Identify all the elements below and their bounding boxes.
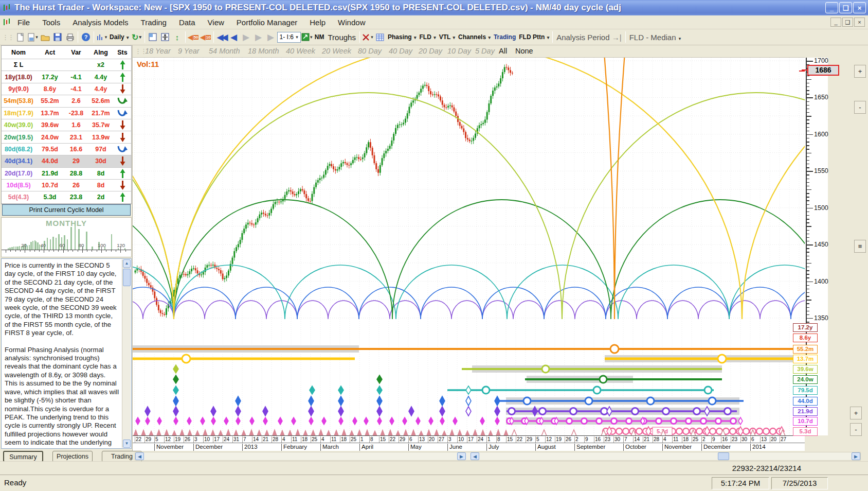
nm-button[interactable]: NM <box>313 33 326 41</box>
mdi-close-icon[interactable]: × <box>854 17 865 27</box>
vtl-button[interactable]: VTL ▾ <box>438 33 457 41</box>
menu-item-analysis-models[interactable]: Analysis Models <box>66 16 134 28</box>
timeframe-daily-button[interactable]: Daily ▾ <box>108 33 131 41</box>
new-file-icon[interactable] <box>15 31 26 43</box>
trading-button[interactable]: Trading <box>492 33 517 41</box>
period-toggle-40-day[interactable]: 40 Day <box>389 47 412 55</box>
channels-button[interactable]: Channels ▾ <box>457 33 492 41</box>
menu-item-portfolio-manager[interactable]: Portfolio Manager <box>230 16 303 28</box>
chart-hscrollbar[interactable]: ◀ ▶ ◀ ▶ <box>135 452 861 461</box>
cycle-row-18m17.9[interactable]: 18m(17.9)13.7m-23.821.7m <box>2 108 131 119</box>
phasing-button[interactable]: Phasing ▾ <box>386 33 418 41</box>
grid-icon[interactable] <box>374 31 386 43</box>
back-50-icon[interactable]: ◀50 <box>188 31 199 43</box>
scroll-thumb[interactable] <box>123 269 131 286</box>
period-toggle-5-day[interactable]: 5 Day <box>475 47 495 55</box>
axis-menu-icon[interactable]: ≡ <box>854 240 866 253</box>
mdi-minimize-icon[interactable]: _ <box>830 17 841 27</box>
fit-window-icon[interactable] <box>159 31 171 43</box>
fld-button[interactable]: FLD ▾ <box>418 33 438 41</box>
marker-mode-icon[interactable]: ▾ <box>301 31 313 43</box>
hscroll-left-icon[interactable]: ◀ <box>135 452 144 460</box>
troughs-button[interactable]: Troughs <box>326 33 357 42</box>
text-scrollbar[interactable]: ▲ ▼ <box>122 259 131 448</box>
tab-summary[interactable]: Summary <box>3 451 43 462</box>
print-icon[interactable] <box>64 31 76 43</box>
scroll-back-icon[interactable]: ◀ <box>228 31 240 43</box>
period-toggle-all[interactable]: All <box>499 47 507 55</box>
restore-icon[interactable]: ❑ <box>839 2 852 13</box>
tab-projections[interactable]: Projections <box>52 451 93 462</box>
period-toggle-40-week[interactable]: 40 Week <box>286 47 315 55</box>
menu-item-window[interactable]: Window <box>332 16 371 28</box>
close-icon[interactable]: × <box>853 2 866 13</box>
menu-item-help[interactable]: Help <box>303 16 332 28</box>
scroll-fwd2-icon[interactable]: ▶ <box>253 31 264 43</box>
cycle-row-5d4.3[interactable]: 5d(4.3)5.3d23.82d <box>2 191 131 203</box>
period-toggle-20-week[interactable]: 20 Week <box>322 47 351 55</box>
back-10-icon[interactable]: ◀10 <box>200 31 211 43</box>
menu-item-trading[interactable]: Trading <box>135 16 173 28</box>
axis-tick <box>44 250 44 253</box>
cycle-row-20d17.0[interactable]: 20d(17.0)21.9d28.88d <box>2 168 131 180</box>
period-toggle-54-month[interactable]: 54 Month <box>209 47 240 55</box>
menu-item-file[interactable]: File <box>11 16 36 28</box>
menu-item-view[interactable]: View <box>202 16 230 28</box>
fld-pttn-button[interactable]: FLD Pttn ▾ <box>517 33 551 41</box>
cycle-row-54m53.8[interactable]: 54m(53.8)55.2m2.652.6m <box>2 95 131 107</box>
cycle-row-10d8.5[interactable]: 10d(8.5)10.7d268d <box>2 180 131 191</box>
cycle-row-L[interactable]: Σ Lx2 <box>2 59 131 71</box>
cycle-row-40w39.0[interactable]: 40w(39.0)39.6w1.635.7w <box>2 119 131 131</box>
help-icon[interactable]: ? <box>80 31 92 43</box>
period-toggle-18-year[interactable]: 18 Year <box>145 47 171 55</box>
hscroll-thumb[interactable] <box>718 452 729 460</box>
cycle-row-9y9.0[interactable]: 9y(9.0)8.6y-4.14.4y <box>2 83 131 95</box>
vertical-scale-icon[interactable]: ↕ <box>172 31 183 43</box>
trough-diamond <box>322 417 326 425</box>
zoom-in-button[interactable]: + <box>854 65 866 78</box>
scroll-fwd-icon[interactable]: ▶ <box>241 31 252 43</box>
rows-zoom-out-button[interactable]: - <box>850 423 862 436</box>
period-toggle-20-day[interactable]: 20 Day <box>419 47 442 55</box>
delete-analysis-icon[interactable]: ▾ <box>362 31 373 43</box>
menu-item-tools[interactable]: Tools <box>36 16 66 28</box>
open-file-icon[interactable] <box>40 31 51 43</box>
period-toggle-9-year[interactable]: 9 Year <box>178 47 200 55</box>
cycle-row-80d68.2[interactable]: 80d(68.2)79.5d16.697d <box>2 144 131 155</box>
print-cyclic-model-button[interactable]: Print Current Cyclic Model <box>2 204 131 216</box>
page-fwd-icon[interactable]: ▶ <box>457 452 466 460</box>
chart-style-icon[interactable]: ▾ <box>96 31 107 43</box>
analysis-period-button[interactable]: Analysis Period →| <box>554 33 623 42</box>
rows-zoom-in-button[interactable]: + <box>850 407 862 419</box>
new-workspace-icon[interactable]: ▾ <box>27 31 39 43</box>
cycle-variance: -4.1 <box>64 74 88 81</box>
cycle-row-20w19.5[interactable]: 20w(19.5)24.0w23.113.9w <box>2 131 131 143</box>
minimize-icon[interactable]: _ <box>825 2 838 13</box>
scroll-up-icon[interactable]: ▲ <box>123 259 131 268</box>
refresh-icon[interactable]: ↻▾ <box>131 31 142 43</box>
axis-tick-label: 40 <box>40 242 46 248</box>
period-toggle-18-month[interactable]: 18 Month <box>248 47 279 55</box>
window-layout-icon[interactable] <box>147 31 158 43</box>
menu-item-data[interactable]: Data <box>173 16 202 28</box>
save-icon[interactable] <box>52 31 63 43</box>
chart-canvas[interactable]: Vol:11 5.3d <box>133 58 805 435</box>
page-back-icon[interactable]: ◀ <box>471 452 479 460</box>
fld-median-button[interactable]: FLD - Median ▾ <box>627 33 683 42</box>
period-toggle-10-day[interactable]: 10 Day <box>447 47 471 55</box>
period-toggle-none[interactable]: None <box>515 47 533 55</box>
trend-arrow-icon <box>114 109 131 118</box>
cycle-row-40d34.1[interactable]: 40d(34.1)44.0d2930d <box>2 155 131 167</box>
scroll-first-icon[interactable]: ◀◀ <box>216 31 227 43</box>
scroll-end-icon[interactable]: ▶ <box>265 31 277 43</box>
strip-grip[interactable]: ⋮⋮ <box>135 47 146 55</box>
period-toggle-80-day[interactable]: 80 Day <box>358 47 382 55</box>
zoom-out-button[interactable]: - <box>854 101 866 114</box>
toolbar-grip[interactable]: ⋮⋮ <box>2 33 13 41</box>
interval-select[interactable]: 1- I:6 ▾ <box>277 32 301 43</box>
minor-trough-triangle <box>133 429 138 435</box>
scroll-down-icon[interactable]: ▼ <box>123 440 131 448</box>
mdi-restore-icon[interactable]: ❑ <box>842 17 853 27</box>
cycle-row-18y18.0[interactable]: 18y(18.0)17.2y-4.14.4y <box>2 71 131 83</box>
hscroll-right-icon[interactable]: ▶ <box>852 452 860 460</box>
